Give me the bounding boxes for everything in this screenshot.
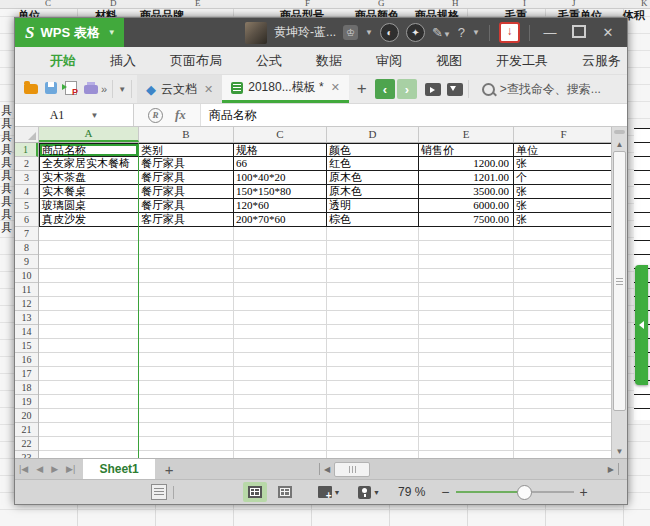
zoom-in-button[interactable]: + xyxy=(574,484,594,500)
row-header-1[interactable]: 1 xyxy=(15,143,38,157)
cell[interactable]: 原木色 xyxy=(327,185,419,199)
cell[interactable] xyxy=(39,451,139,458)
split-handle[interactable] xyxy=(614,130,625,134)
row-header-23[interactable]: 23 xyxy=(15,451,38,458)
cell[interactable]: 200*70*60 xyxy=(234,213,327,227)
cell[interactable] xyxy=(514,227,611,241)
cell[interactable] xyxy=(234,367,327,381)
row-header-17[interactable]: 17 xyxy=(15,367,38,381)
cell[interactable] xyxy=(139,227,234,241)
row-header-8[interactable]: 8 xyxy=(15,241,38,255)
row-header-4[interactable]: 4 xyxy=(15,185,38,199)
menu-item[interactable]: 开发工具 xyxy=(479,52,565,70)
cell[interactable] xyxy=(39,353,139,367)
cell[interactable] xyxy=(139,381,234,395)
menu-item[interactable]: 插入 xyxy=(93,52,153,70)
cell[interactable]: 单位 xyxy=(514,143,611,157)
cell[interactable] xyxy=(327,409,419,423)
cell[interactable] xyxy=(234,409,327,423)
menu-item[interactable]: 云服务 xyxy=(565,52,638,70)
cell[interactable] xyxy=(139,297,234,311)
cell[interactable] xyxy=(327,381,419,395)
cell[interactable] xyxy=(514,395,611,409)
cell[interactable] xyxy=(327,437,419,451)
cell-mode-icon[interactable] xyxy=(151,484,167,500)
cell[interactable] xyxy=(419,437,514,451)
row-header-6[interactable]: 6 xyxy=(15,213,38,227)
export-pdf-icon[interactable] xyxy=(61,81,81,98)
tab-cloud-docs[interactable]: ◆ 云文档 ✕ xyxy=(137,75,222,103)
menu-item[interactable]: 数据 xyxy=(299,52,359,70)
cell[interactable] xyxy=(419,255,514,269)
user-avatar[interactable] xyxy=(245,22,267,44)
cell[interactable]: 玻璃圆桌 xyxy=(39,199,139,213)
signature-pen-icon[interactable]: ✎▼ xyxy=(432,25,451,40)
column-header-D[interactable]: D xyxy=(327,127,419,142)
formula-input[interactable]: 商品名称 xyxy=(201,104,627,126)
cell[interactable]: 150*150*80 xyxy=(234,185,327,199)
command-search-box[interactable]: >查找命令、搜索... xyxy=(482,81,601,98)
cell[interactable]: 3500.00 xyxy=(419,185,514,199)
cell[interactable] xyxy=(234,339,327,353)
column-header-C[interactable]: C xyxy=(234,127,327,142)
insert-function-icon[interactable]: fx xyxy=(175,107,186,123)
cell[interactable]: 餐厅家具 xyxy=(139,171,234,185)
cell[interactable] xyxy=(514,283,611,297)
cell[interactable] xyxy=(234,353,327,367)
cell[interactable] xyxy=(514,451,611,458)
more-tools-icon[interactable]: » xyxy=(101,83,107,95)
scroll-left-icon[interactable]: ◀ xyxy=(324,465,330,474)
row-header-14[interactable]: 14 xyxy=(15,325,38,339)
cell[interactable] xyxy=(327,367,419,381)
cell[interactable]: 红色 xyxy=(327,157,419,171)
cell[interactable] xyxy=(234,311,327,325)
cell[interactable] xyxy=(39,409,139,423)
cell[interactable] xyxy=(514,311,611,325)
cell[interactable] xyxy=(419,381,514,395)
cell[interactable] xyxy=(514,367,611,381)
first-sheet-icon[interactable]: |◀ xyxy=(15,464,32,474)
vertical-scrollbar[interactable]: ▲ ▼ xyxy=(611,127,627,458)
column-header-B[interactable]: B xyxy=(139,127,234,142)
row-header-16[interactable]: 16 xyxy=(15,353,38,367)
scroll-right-icon[interactable]: ▶ xyxy=(608,465,614,474)
cell[interactable]: 餐厅家具 xyxy=(139,157,234,171)
cell[interactable] xyxy=(39,311,139,325)
menu-item[interactable]: 页面布局 xyxy=(153,52,239,70)
new-tab-button[interactable]: + xyxy=(349,79,375,99)
cell[interactable]: 张 xyxy=(514,213,611,227)
cell[interactable] xyxy=(39,437,139,451)
cell[interactable] xyxy=(419,269,514,283)
column-header-F[interactable]: F xyxy=(514,127,611,142)
cell[interactable] xyxy=(39,325,139,339)
vertical-scroll-thumb[interactable] xyxy=(613,151,626,411)
cell[interactable] xyxy=(139,255,234,269)
member-badge-icon[interactable]: ♔ xyxy=(343,25,358,40)
cell[interactable]: 商品名称 xyxy=(39,143,139,157)
cell[interactable] xyxy=(327,423,419,437)
cell[interactable]: 1200.00 xyxy=(419,157,514,171)
cell[interactable] xyxy=(327,255,419,269)
zoom-slider-handle[interactable] xyxy=(517,485,532,500)
scroll-down-icon[interactable]: ▼ xyxy=(616,445,624,458)
cell[interactable] xyxy=(234,381,327,395)
cell[interactable]: 餐厅家具 xyxy=(139,199,234,213)
cell[interactable] xyxy=(139,409,234,423)
cell[interactable] xyxy=(39,241,139,255)
row-header-2[interactable]: 2 xyxy=(15,157,38,171)
cell[interactable] xyxy=(514,255,611,269)
help-icon[interactable]: ? xyxy=(458,25,465,40)
cell[interactable]: 66 xyxy=(234,157,327,171)
chevron-down-icon[interactable]: ▼ xyxy=(472,28,480,37)
row-header-13[interactable]: 13 xyxy=(15,311,38,325)
save-icon[interactable] xyxy=(41,82,61,97)
menu-item[interactable]: 开始 xyxy=(33,52,93,70)
cell[interactable] xyxy=(419,395,514,409)
cell[interactable] xyxy=(419,241,514,255)
cell[interactable] xyxy=(39,297,139,311)
cell[interactable] xyxy=(234,241,327,255)
row-header-18[interactable]: 18 xyxy=(15,381,38,395)
cell[interactable] xyxy=(419,283,514,297)
cell[interactable] xyxy=(139,353,234,367)
cell[interactable] xyxy=(234,423,327,437)
